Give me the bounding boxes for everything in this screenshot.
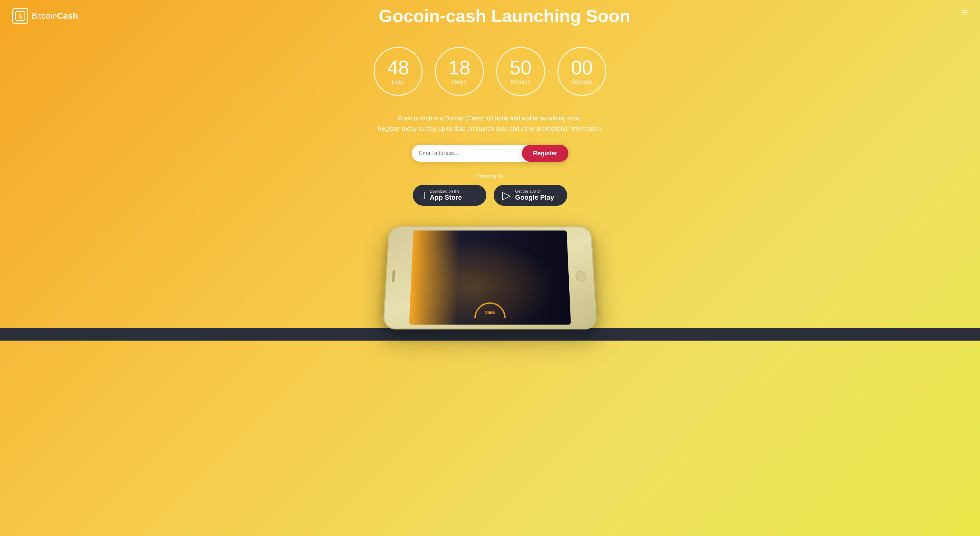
apple-icon:  — [422, 190, 425, 201]
email-input[interactable] — [419, 150, 527, 156]
coming-to-section: Coming to:  Download on the App Store ▷… — [0, 173, 980, 206]
google-play-button[interactable]: ▷ Get the app on Google Play — [494, 185, 567, 206]
phone-screen: 2566 — [409, 231, 571, 324]
hamburger-menu-icon[interactable]: ≡ — [962, 7, 968, 18]
phone-speaker — [392, 270, 395, 282]
footer — [0, 328, 980, 340]
phone-value: 2566 — [485, 310, 495, 315]
page-title: Gocoin-cash Launching Soon — [41, 5, 968, 26]
description-line1: Gocoin-cash is a Bitcoin (Cash) full nod… — [0, 113, 980, 123]
app-store-text: Download on the App Store — [430, 189, 462, 202]
phone-mockup: 2566 — [383, 226, 598, 329]
email-form: Register — [0, 145, 980, 162]
email-input-wrapper — [412, 145, 528, 162]
coming-to-label: Coming to: — [0, 173, 980, 180]
app-buttons:  Download on the App Store ▷ Get the ap… — [0, 185, 980, 206]
phone-home-button — [575, 271, 587, 282]
countdown-minutes: 50 Minutes — [496, 47, 545, 96]
countdown-section: 48 Days 18 Hours 50 Minutes 00 Seconds — [0, 41, 980, 102]
app-store-button[interactable]:  Download on the App Store — [413, 185, 486, 206]
countdown-days: 48 Days — [374, 47, 423, 96]
logo-icon: ₿ — [12, 8, 28, 24]
description: Gocoin-cash is a Bitcoin (Cash) full nod… — [0, 113, 980, 134]
phone-screen-inner: 2566 — [409, 231, 571, 324]
register-button[interactable]: Register — [522, 145, 568, 162]
header: ₿ BitcoinCash Gocoin-cash Launching Soon… — [0, 0, 980, 32]
svg-text:₿: ₿ — [19, 13, 22, 19]
google-play-icon: ▷ — [502, 190, 511, 201]
google-play-text: Get the app on Google Play — [515, 189, 554, 202]
countdown-seconds: 00 Seconds — [557, 47, 606, 96]
description-line2: Register today to stay up to date on lau… — [0, 123, 980, 134]
countdown-hours: 18 Hours — [435, 47, 484, 96]
phone-section: 2566 — [0, 224, 980, 328]
